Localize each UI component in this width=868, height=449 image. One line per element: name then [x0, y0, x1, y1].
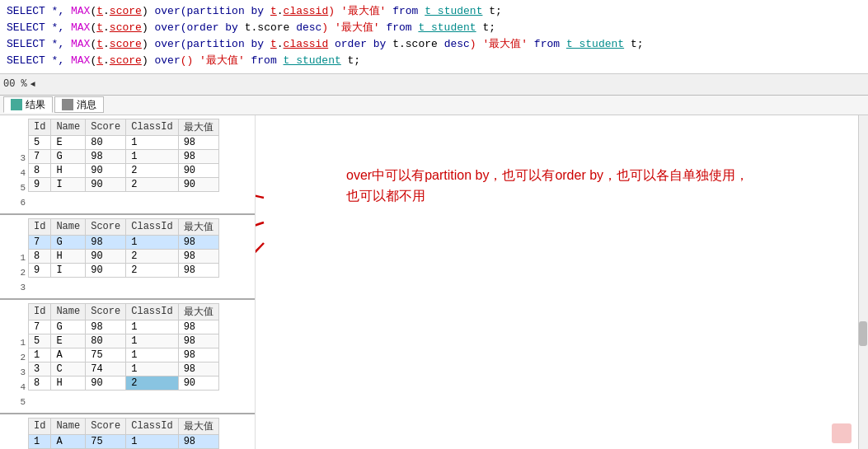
table-cell: 98 [178, 348, 218, 362]
msg-icon [62, 99, 73, 110]
table-cell: 75 [86, 348, 126, 362]
data-table-2: IdNameScoreClassId最大值7G981985E801981A751… [28, 303, 219, 391]
table-cell: 98 [178, 362, 218, 376]
col-header: 最大值 [178, 418, 218, 434]
table-cell: 8 [29, 249, 51, 263]
row-number: 4 [16, 166, 28, 180]
row-number: 3 [16, 365, 28, 380]
tab-messages-label: 消息 [77, 98, 96, 112]
table-cell: 74 [86, 362, 126, 376]
table-row: 8H90290 [29, 163, 219, 177]
table-cell: 8 [29, 163, 51, 177]
annotation-line2: 也可以都不用 [346, 185, 748, 207]
col-header: Id [29, 303, 51, 320]
table-cell: H [51, 163, 86, 177]
table-row: 5E80198 [29, 135, 219, 149]
data-table-3: IdNameScoreClassId最大值1A751982B782983C741… [28, 418, 219, 449]
table-cell: E [51, 334, 86, 348]
table-cell: 7 [29, 235, 51, 249]
table-cell: 90 [86, 177, 126, 191]
table-cell: 98 [178, 149, 218, 163]
table-cell: 2 [126, 163, 178, 177]
row-numbers-col: 3456 [16, 119, 28, 210]
table-cell: 1 [29, 348, 51, 362]
col-header: Name [51, 218, 86, 235]
result-table-wrapper-2: 12345IdNameScoreClassId最大值7G981985E80198… [0, 300, 255, 414]
result-table-wrapper-0: 3456IdNameScoreClassId最大值5E801987G981988… [0, 115, 255, 215]
table-cell: 9 [29, 177, 51, 191]
col-header: Name [51, 418, 86, 434]
table-cell: 2 [126, 249, 178, 263]
table-cell: 98 [178, 249, 218, 263]
zoom-arrow[interactable]: ◄ [30, 80, 35, 89]
table-cell: 98 [178, 320, 218, 334]
table-cell: C [51, 362, 86, 376]
table-cell: 9 [29, 263, 51, 277]
col-header: Id [29, 119, 51, 135]
table-cell: 98 [178, 235, 218, 249]
row-number: 3 [16, 151, 28, 166]
sql-editor: SELECT *, MAX(t.score) over(partition by… [0, 0, 868, 74]
row-number: 6 [16, 195, 28, 210]
table-cell: G [51, 235, 86, 249]
sql-line: SELECT *, MAX(t.score) over(partition by… [7, 3, 861, 20]
data-table-0: IdNameScoreClassId最大值5E801987G981988H902… [28, 119, 219, 192]
table-cell: 1 [126, 149, 178, 163]
table-cell: 1 [126, 320, 178, 334]
table-cell: 1 [126, 348, 178, 362]
tab-results[interactable]: 结果 [3, 96, 53, 113]
table-cell: I [51, 263, 86, 277]
table-cell: 98 [86, 235, 126, 249]
table-cell: 1 [29, 434, 51, 448]
table-cell: A [51, 348, 86, 362]
table-cell: 1 [126, 334, 178, 348]
col-header: Score [86, 303, 126, 320]
row-number: 3 [16, 280, 28, 295]
tab-messages[interactable]: 消息 [54, 96, 104, 113]
table-cell: G [51, 320, 86, 334]
result-table-wrapper-1: 123IdNameScoreClassId最大值7G981988H902989I… [0, 215, 255, 300]
table-cell: 2 [126, 263, 178, 277]
col-header: ClassId [126, 218, 178, 235]
scroll-thumb[interactable] [859, 321, 867, 346]
table-cell: 1 [126, 434, 178, 448]
table-row: 8H90298 [29, 249, 219, 263]
table-cell: 7 [29, 149, 51, 163]
table-cell: 90 [86, 376, 126, 390]
table-row: 3C74198 [29, 362, 219, 376]
table-cell: 98 [178, 334, 218, 348]
row-number: 2 [16, 350, 28, 365]
col-header: Score [86, 218, 126, 235]
col-header: Score [86, 418, 126, 434]
row-number: 5 [16, 395, 28, 409]
row-numbers-col: 123 [16, 218, 28, 295]
col-header: Score [86, 119, 126, 135]
table-cell: 1 [126, 362, 178, 376]
table-cell: 90 [178, 177, 218, 191]
annotation-box: over中可以有partition by，也可以有order by，也可以各自单… [346, 165, 748, 207]
col-header: ClassId [126, 119, 178, 135]
tab-results-label: 结果 [26, 98, 45, 112]
table-cell: 98 [178, 135, 218, 149]
table-row: 7G98198 [29, 320, 219, 334]
col-header: Id [29, 418, 51, 434]
col-header: ClassId [126, 303, 178, 320]
table-cell: 5 [29, 334, 51, 348]
col-header: 最大值 [178, 303, 218, 320]
table-cell: 80 [86, 135, 126, 149]
left-panel: 3456IdNameScoreClassId最大值5E801987G981988… [0, 115, 256, 449]
table-cell: 90 [86, 263, 126, 277]
table-cell: 7 [29, 320, 51, 334]
table-cell: 2 [126, 177, 178, 191]
row-number: 5 [16, 180, 28, 195]
table-icon [11, 99, 22, 110]
table-cell: E [51, 135, 86, 149]
table-row: 7G98198 [29, 235, 219, 249]
data-table-1: IdNameScoreClassId最大值7G981988H902989I902… [28, 218, 219, 278]
scroll-track[interactable] [858, 115, 868, 449]
expand-icon[interactable] [832, 423, 852, 443]
sql-line: SELECT *, MAX(t.score) over() '最大值' from… [7, 53, 861, 69]
table-row: 1A75198 [29, 348, 219, 362]
table-cell: 80 [86, 334, 126, 348]
table-cell: 90 [178, 163, 218, 177]
